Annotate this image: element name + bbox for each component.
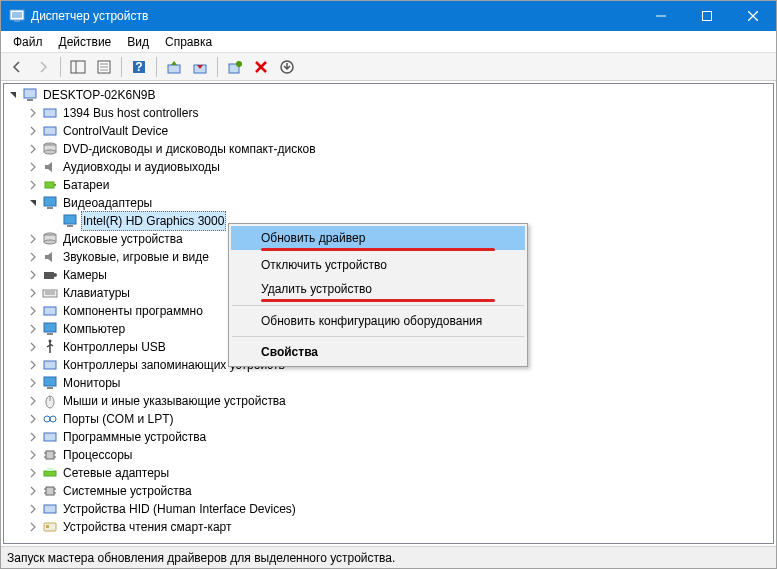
tree-row[interactable]: Порты (COM и LPT) [4, 410, 773, 428]
tree-label: Intel(R) HD Graphics 3000 [81, 211, 226, 231]
scan-hardware-button[interactable] [223, 55, 247, 79]
chevron-right-icon[interactable] [26, 358, 40, 372]
chevron-right-icon[interactable] [26, 124, 40, 138]
context-menu: Обновить драйвер Отключить устройство Уд… [228, 223, 528, 367]
chevron-right-icon[interactable] [26, 376, 40, 390]
context-remove-device[interactable]: Удалить устройство [231, 277, 525, 301]
tree-label: Звуковые, игровые и виде [61, 248, 211, 266]
device-icon [42, 357, 58, 373]
chevron-down-icon[interactable] [6, 88, 20, 102]
device-icon [42, 375, 58, 391]
chevron-right-icon[interactable] [26, 340, 40, 354]
context-separator [232, 305, 524, 306]
device-tree[interactable]: DESKTOP-02K6N9B 1394 Bus host controller… [3, 83, 774, 544]
tree-row[interactable]: Устройства HID (Human Interface Devices) [4, 500, 773, 518]
chevron-right-icon[interactable] [26, 232, 40, 246]
menu-file[interactable]: Файл [5, 33, 51, 51]
chevron-right-icon[interactable] [26, 304, 40, 318]
svg-rect-23 [27, 99, 33, 101]
tree-label: ControlVault Device [61, 122, 170, 140]
tree-row[interactable]: Процессоры [4, 446, 773, 464]
svg-rect-49 [47, 387, 53, 389]
back-button[interactable] [5, 55, 29, 79]
chevron-right-icon[interactable] [26, 502, 40, 516]
show-hide-tree-button[interactable] [66, 55, 90, 79]
device-icon [42, 141, 58, 157]
tree-row[interactable]: ControlVault Device [4, 122, 773, 140]
menu-view[interactable]: Вид [119, 33, 157, 51]
tree-row[interactable]: DVD-дисководы и дисководы компакт-дисков [4, 140, 773, 158]
app-icon [9, 8, 25, 24]
tree-label: Аудиовходы и аудиовыходы [61, 158, 222, 176]
context-disable-device[interactable]: Отключить устройство [231, 253, 525, 277]
chevron-right-icon[interactable] [26, 520, 40, 534]
tree-row[interactable]: Мыши и иные указывающие устройства [4, 392, 773, 410]
svg-rect-29 [45, 182, 54, 188]
tree-row[interactable]: Сетевые адаптеры [4, 464, 773, 482]
help-button[interactable]: ? [127, 55, 151, 79]
chevron-right-icon[interactable] [26, 286, 40, 300]
update-driver-button[interactable] [162, 55, 186, 79]
svg-rect-68 [44, 523, 56, 531]
chevron-right-icon[interactable] [26, 160, 40, 174]
tree-label: Устройства чтения смарт-карт [61, 518, 233, 536]
uninstall-button[interactable] [249, 55, 273, 79]
menu-help[interactable]: Справка [157, 33, 220, 51]
tree-row[interactable]: 1394 Bus host controllers [4, 104, 773, 122]
svg-rect-33 [64, 215, 76, 224]
chevron-right-icon[interactable] [26, 448, 40, 462]
svg-rect-54 [44, 433, 56, 441]
svg-rect-48 [44, 377, 56, 386]
svg-point-46 [49, 340, 52, 343]
device-icon [42, 267, 58, 283]
chevron-right-icon[interactable] [26, 412, 40, 426]
chevron-right-icon[interactable] [26, 466, 40, 480]
menu-action[interactable]: Действие [51, 33, 120, 51]
tree-root[interactable]: DESKTOP-02K6N9B [4, 86, 773, 104]
tree-label: Клавиатуры [61, 284, 132, 302]
device-icon [62, 213, 78, 229]
context-update-driver[interactable]: Обновить драйвер [231, 226, 525, 250]
device-icon [42, 519, 58, 535]
chevron-right-icon[interactable] [26, 430, 40, 444]
properties-button[interactable] [92, 55, 116, 79]
toolbar: ? [1, 53, 776, 81]
chevron-right-icon[interactable] [26, 394, 40, 408]
context-properties[interactable]: Свойства [231, 340, 525, 364]
svg-rect-2 [14, 20, 20, 22]
title-bar: Диспетчер устройств [1, 1, 776, 31]
close-button[interactable] [730, 1, 776, 31]
maximize-button[interactable] [684, 1, 730, 31]
svg-rect-47 [44, 361, 56, 369]
context-refresh-hardware[interactable]: Обновить конфигурацию оборудования [231, 309, 525, 333]
tree-row[interactable]: Системные устройства [4, 482, 773, 500]
forward-button[interactable] [31, 55, 55, 79]
tree-label: Контроллеры USB [61, 338, 168, 356]
tree-row[interactable]: Программные устройства [4, 428, 773, 446]
tree-row[interactable]: Аудиовходы и аудиовыходы [4, 158, 773, 176]
chevron-right-icon[interactable] [26, 268, 40, 282]
chevron-right-icon[interactable] [26, 322, 40, 336]
tree-label: Дисковые устройства [61, 230, 185, 248]
svg-text:?: ? [135, 60, 142, 74]
chevron-right-icon[interactable] [26, 250, 40, 264]
chevron-right-icon[interactable] [26, 178, 40, 192]
svg-rect-43 [44, 307, 56, 315]
tree-row[interactable]: Мониторы [4, 374, 773, 392]
minimize-button[interactable] [638, 1, 684, 31]
tree-row[interactable]: Батареи [4, 176, 773, 194]
tree-label: 1394 Bus host controllers [61, 104, 200, 122]
tree-row[interactable]: Устройства чтения смарт-карт [4, 518, 773, 536]
disable-device-button[interactable] [188, 55, 212, 79]
tree-row[interactable]: Видеоадаптеры [4, 194, 773, 212]
install-legacy-button[interactable] [275, 55, 299, 79]
chevron-right-icon[interactable] [26, 484, 40, 498]
svg-rect-44 [44, 323, 56, 332]
chevron-right-icon[interactable] [26, 142, 40, 156]
svg-rect-31 [44, 197, 56, 206]
chevron-down-icon[interactable] [26, 196, 40, 210]
chevron-right-icon[interactable] [46, 214, 60, 228]
svg-rect-45 [47, 333, 53, 335]
chevron-right-icon[interactable] [26, 106, 40, 120]
svg-rect-22 [24, 89, 36, 98]
